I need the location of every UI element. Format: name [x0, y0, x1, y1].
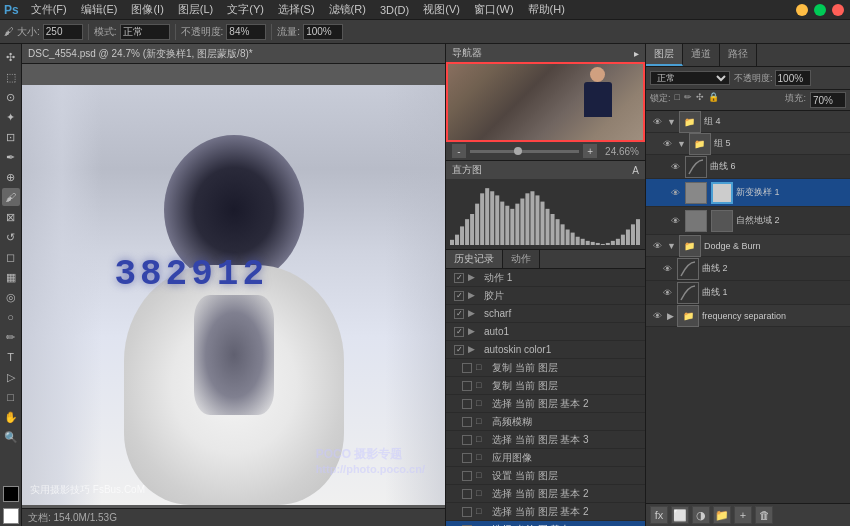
history-item-9[interactable]: □ 选择 当前 图层 基本 3: [446, 431, 645, 449]
window-close[interactable]: [832, 4, 844, 16]
menu-item-file[interactable]: 文件(F): [25, 0, 73, 19]
menu-item-image[interactable]: 图像(I): [125, 0, 169, 19]
layer-eye-group5[interactable]: 👁: [660, 137, 674, 151]
history-brush-tool[interactable]: ↺: [2, 228, 20, 246]
add-style-button[interactable]: fx: [650, 506, 668, 524]
layer-eye-dodgeburn[interactable]: 👁: [650, 239, 664, 253]
layer-item-natural[interactable]: 👁 自然地域 2: [646, 207, 850, 235]
layer-eye-skin1[interactable]: 👁: [668, 186, 682, 200]
history-list[interactable]: ✓ ▶ 动作 1 ✓ ▶ 胶片 ✓ ▶ scharf ✓ ▶ auto1: [446, 269, 645, 526]
layers-list[interactable]: 👁 ▼ 📁 组 4 👁 ▼ 📁 组 5 👁 曲线 6: [646, 111, 850, 503]
menu-item-window[interactable]: 窗口(W): [468, 0, 520, 19]
delete-layer-button[interactable]: 🗑: [755, 506, 773, 524]
lock-position-icon[interactable]: ✣: [696, 92, 704, 108]
menu-item-edit[interactable]: 编辑(E): [75, 0, 124, 19]
layer-eye-group4[interactable]: 👁: [650, 115, 664, 129]
move-tool[interactable]: ✣: [2, 48, 20, 66]
background-color[interactable]: [3, 508, 19, 524]
tab-actions[interactable]: 动作: [503, 250, 540, 268]
layer-eye-natural[interactable]: 👁: [668, 214, 682, 228]
history-item-14[interactable]: □ 选择 当前 图 基本...: [446, 521, 645, 526]
tab-history[interactable]: 历史记录: [446, 250, 503, 268]
nav-zoom-slider[interactable]: [470, 150, 579, 153]
opacity-input[interactable]: 84%: [226, 24, 266, 40]
add-adjustment-button[interactable]: ◑: [692, 506, 710, 524]
histogram-header[interactable]: 直方图 A: [446, 161, 645, 179]
history-item-11[interactable]: □ 设置 当前 图层: [446, 467, 645, 485]
layer-item-freqsep[interactable]: 👁 ▶ 📁 frequency separation: [646, 305, 850, 327]
layer-eye-curves6[interactable]: 👁: [668, 160, 682, 174]
layer-item-group4[interactable]: 👁 ▼ 📁 组 4: [646, 111, 850, 133]
flow-input[interactable]: 100%: [303, 24, 343, 40]
menu-item-filter[interactable]: 滤镜(R): [323, 0, 372, 19]
history-item-13[interactable]: □ 选择 当前 图层 基本 2: [446, 503, 645, 521]
menu-item-3d[interactable]: 3D(D): [374, 0, 415, 19]
lasso-tool[interactable]: ⊙: [2, 88, 20, 106]
layer-eye-curves2[interactable]: 👁: [660, 262, 674, 276]
layer-eye-curves1[interactable]: 👁: [660, 286, 674, 300]
marquee-tool[interactable]: ⬚: [2, 68, 20, 86]
menu-item-select[interactable]: 选择(S): [272, 0, 321, 19]
lock-all-icon[interactable]: 🔒: [708, 92, 719, 108]
magic-wand-tool[interactable]: ✦: [2, 108, 20, 126]
brush-size-input[interactable]: 250: [43, 24, 83, 40]
history-item-6[interactable]: □ 复制 当前 图层: [446, 377, 645, 395]
navigator-panel-header[interactable]: 导航器 ▸: [446, 44, 645, 62]
healing-tool[interactable]: ⊕: [2, 168, 20, 186]
brush-tool[interactable]: 🖌: [2, 188, 20, 206]
opacity-value[interactable]: [775, 70, 811, 86]
pen-tool[interactable]: ✏: [2, 328, 20, 346]
add-mask-button[interactable]: ⬜: [671, 506, 689, 524]
history-item-8[interactable]: □ 高频模糊: [446, 413, 645, 431]
layer-item-skin1[interactable]: 👁 新变换样 1: [646, 179, 850, 207]
menu-item-help[interactable]: 帮助(H): [522, 0, 571, 19]
gradient-tool[interactable]: ▦: [2, 268, 20, 286]
path-select-tool[interactable]: ▷: [2, 368, 20, 386]
eyedropper-tool[interactable]: ✒: [2, 148, 20, 166]
history-item-5[interactable]: □ 复制 当前 图层: [446, 359, 645, 377]
history-item-12[interactable]: □ 选择 当前 图层 基本 2: [446, 485, 645, 503]
foreground-color[interactable]: [3, 486, 19, 502]
tab-channels[interactable]: 通道: [683, 44, 720, 66]
new-layer-button[interactable]: +: [734, 506, 752, 524]
layer-item-curves2[interactable]: 👁 曲线 2: [646, 257, 850, 281]
stamp-tool[interactable]: ⊠: [2, 208, 20, 226]
layer-item-curves6[interactable]: 👁 曲线 6: [646, 155, 850, 179]
mode-input[interactable]: 正常: [120, 24, 170, 40]
nav-zoom-out[interactable]: -: [452, 144, 466, 158]
window-maximize[interactable]: [814, 4, 826, 16]
blur-tool[interactable]: ◎: [2, 288, 20, 306]
layer-item-group5[interactable]: 👁 ▼ 📁 组 5: [646, 133, 850, 155]
fill-value[interactable]: [810, 92, 846, 108]
history-item-2[interactable]: ✓ ▶ scharf: [446, 305, 645, 323]
history-item-0[interactable]: ✓ ▶ 动作 1: [446, 269, 645, 287]
tab-layers[interactable]: 图层: [646, 44, 683, 66]
canvas-content[interactable]: 382912 POCO 摄影专题 http://photo.poco.cn/ 实…: [22, 64, 445, 526]
history-item-10[interactable]: □ 应用图像: [446, 449, 645, 467]
eraser-tool[interactable]: ◻: [2, 248, 20, 266]
menu-item-type[interactable]: 文字(Y): [221, 0, 270, 19]
layer-item-curves1[interactable]: 👁 曲线 1: [646, 281, 850, 305]
layer-item-dodgeburn[interactable]: 👁 ▼ 📁 Dodge & Burn: [646, 235, 850, 257]
history-item-3[interactable]: ✓ ▶ auto1: [446, 323, 645, 341]
menu-item-layer[interactable]: 图层(L): [172, 0, 219, 19]
history-item-7[interactable]: □ 选择 当前 图层 基本 2: [446, 395, 645, 413]
shape-tool[interactable]: □: [2, 388, 20, 406]
lock-transparent-icon[interactable]: □: [675, 92, 680, 108]
history-item-4[interactable]: ✓ ▶ autoskin color1: [446, 341, 645, 359]
type-tool[interactable]: T: [2, 348, 20, 366]
document-tab[interactable]: DSC_4554.psd @ 24.7% (新变换样1, 图层蒙版/8)*: [22, 44, 445, 64]
lock-pixels-icon[interactable]: ✏: [684, 92, 692, 108]
history-item-1[interactable]: ✓ ▶ 胶片: [446, 287, 645, 305]
menu-item-view[interactable]: 视图(V): [417, 0, 466, 19]
blend-mode-select[interactable]: 正常 溶解 变暗 正片叠底: [650, 71, 730, 85]
dodge-tool[interactable]: ○: [2, 308, 20, 326]
new-group-button[interactable]: 📁: [713, 506, 731, 524]
zoom-tool[interactable]: 🔍: [2, 428, 20, 446]
hand-tool[interactable]: ✋: [2, 408, 20, 426]
layer-eye-freqsep[interactable]: 👁: [650, 309, 664, 323]
crop-tool[interactable]: ⊡: [2, 128, 20, 146]
nav-zoom-in[interactable]: +: [583, 144, 597, 158]
tab-paths[interactable]: 路径: [720, 44, 757, 66]
window-minimize[interactable]: [796, 4, 808, 16]
